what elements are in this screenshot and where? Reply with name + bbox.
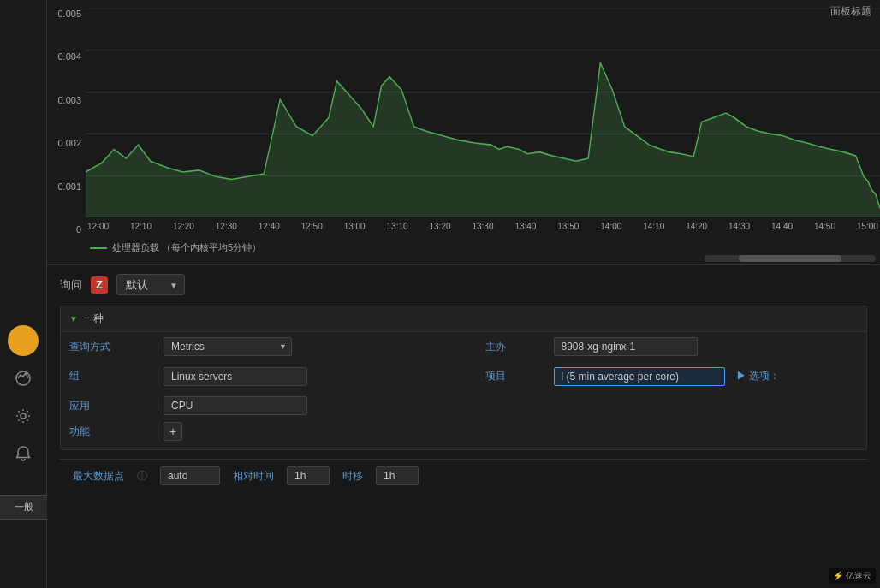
item-label: 项目: [485, 369, 554, 383]
item-value-wrap: ▶ 选项：: [554, 363, 859, 389]
watermark: ⚡ 亿速云: [829, 568, 876, 584]
x-label-4: 12:40: [259, 222, 280, 231]
app-input[interactable]: [164, 396, 307, 415]
y-label-4: 0.004: [51, 51, 81, 62]
x-label-16: 14:40: [771, 222, 793, 231]
chart-area: 面板标题 0 0.001 0.002 0.003 0.004 0.005: [47, 0, 880, 265]
x-label-13: 14:10: [643, 222, 664, 231]
svg-marker-9: [86, 63, 880, 217]
section-header[interactable]: ▼ 一种: [61, 306, 866, 332]
y-label-1: 0.001: [51, 181, 81, 192]
query-section: ▼ 一种 查询方式 Metrics 主办: [60, 306, 867, 450]
query-badge: Z: [91, 276, 108, 294]
relative-time-input[interactable]: [287, 466, 330, 485]
app-value-wrap: [164, 396, 485, 415]
host-value-wrap: [554, 337, 859, 356]
section-title: 一种: [83, 312, 104, 326]
group-label: 组: [69, 369, 164, 383]
sidebar-icon-settings[interactable]: [8, 401, 39, 431]
chart-scrollbar[interactable]: [705, 255, 876, 262]
y-label-5: 0.005: [51, 9, 81, 19]
y-label-3: 0.003: [51, 95, 81, 105]
add-func-button[interactable]: +: [164, 422, 182, 441]
query-panel: 询问 Z 默认 ▼ 一种 查询方式: [47, 265, 880, 588]
query-select-wrapper: 默认: [116, 274, 185, 295]
x-label-14: 14:20: [686, 222, 707, 231]
sidebar-icon-database[interactable]: [8, 325, 39, 356]
y-label-0: 0: [51, 224, 81, 235]
sidebar: 一般: [0, 0, 47, 588]
x-label-5: 12:50: [301, 222, 323, 231]
sidebar-icon-bell[interactable]: [8, 438, 39, 469]
form-row-1: 查询方式 Metrics 主办: [69, 334, 858, 359]
group-value-wrap: [164, 367, 485, 386]
query-method-value-wrap: Metrics: [164, 337, 485, 356]
x-label-8: 13:20: [430, 222, 451, 231]
metrics-select-wrapper: Metrics: [164, 337, 292, 356]
form-row-2: 组 项目 ▶ 选项：: [69, 359, 858, 393]
time-shift-input[interactable]: [376, 466, 419, 485]
max-points-label: 最大数据点: [73, 469, 124, 484]
sidebar-general-label: 一般: [0, 495, 47, 520]
metrics-select[interactable]: Metrics: [164, 337, 292, 356]
x-label-15: 14:30: [728, 222, 750, 231]
item-input[interactable]: [554, 367, 725, 386]
svg-point-2: [21, 413, 26, 419]
func-btn-wrap: +: [164, 422, 182, 441]
sidebar-icon-chart[interactable]: [8, 363, 39, 394]
main-content: 面板标题 0 0.001 0.002 0.003 0.004 0.005: [47, 0, 880, 588]
section-toggle-icon: ▼: [69, 314, 78, 324]
x-label-3: 12:30: [216, 222, 237, 231]
bottom-bar: 最大数据点 ⓘ 相对时间 时移: [60, 459, 867, 492]
legend-text: 处理器负载 （每个内核平均5分钟）: [112, 241, 261, 254]
y-label-2: 0.002: [51, 138, 81, 148]
query-label: 询问: [60, 277, 82, 293]
scrollbar-thumb: [739, 255, 841, 262]
form-row-3: 应用: [69, 393, 858, 419]
host-label: 主办: [485, 340, 554, 354]
group-input[interactable]: [164, 367, 307, 386]
x-label-6: 13:00: [344, 222, 366, 231]
x-label-11: 13:50: [557, 222, 579, 231]
x-label-18: 15:00: [857, 222, 878, 231]
x-label-7: 13:10: [387, 222, 408, 231]
svg-point-0: [17, 334, 29, 339]
x-label-12: 14:00: [600, 222, 621, 231]
x-label-0: 12:00: [87, 222, 109, 231]
x-label-2: 12:20: [173, 222, 194, 231]
form-row-4: 功能 +: [69, 419, 858, 448]
query-header: 询问 Z 默认: [60, 274, 867, 295]
x-axis: 12:00 12:10 12:20 12:30 12:40 12:50 13:0…: [86, 217, 880, 235]
relative-time-label: 相对时间: [233, 469, 274, 484]
query-method-label: 查询方式: [69, 340, 164, 354]
x-label-1: 12:10: [130, 222, 152, 231]
y-axis: 0 0.001 0.002 0.003 0.004 0.005: [47, 9, 86, 235]
chart-inner: [86, 9, 880, 217]
form-container: 查询方式 Metrics 主办 组: [61, 332, 866, 449]
info-icon[interactable]: ⓘ: [137, 469, 147, 484]
options-link[interactable]: ▶ 选项：: [732, 363, 784, 389]
max-points-input[interactable]: [160, 466, 220, 485]
chart-legend: 处理器负载 （每个内核平均5分钟）: [90, 241, 261, 254]
host-input[interactable]: [554, 337, 698, 356]
time-shift-label: 时移: [342, 469, 363, 484]
func-label: 功能: [69, 425, 164, 439]
x-label-9: 13:30: [472, 222, 493, 231]
x-label-10: 13:40: [514, 222, 536, 231]
legend-line: [90, 247, 107, 249]
app-label: 应用: [69, 399, 164, 413]
x-label-17: 14:50: [814, 222, 835, 231]
query-select[interactable]: 默认: [116, 274, 185, 295]
